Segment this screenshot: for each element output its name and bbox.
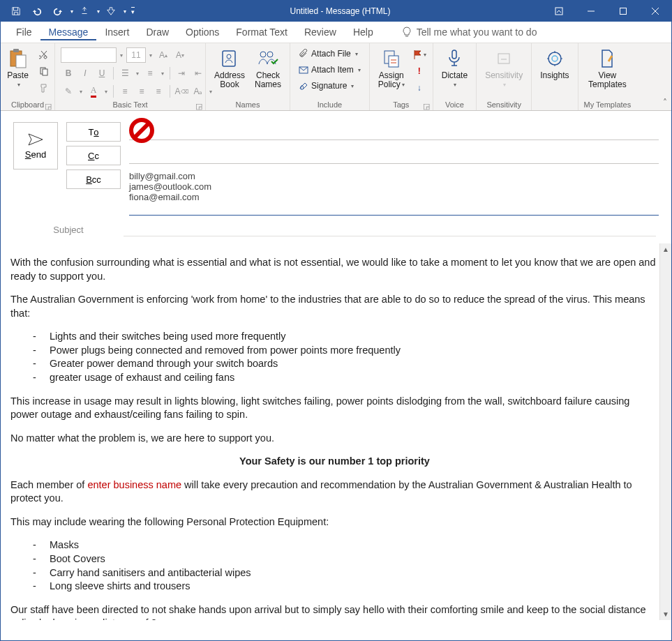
group-tags: Assign Policy▾ ▾ ! ↓ Tags◲ <box>370 43 433 110</box>
bcc-field[interactable]: billy@gmail.com james@outlook.com fiona@… <box>129 169 659 216</box>
list-item: Boot Covers <box>33 552 659 566</box>
align-center-icon[interactable]: ≡ <box>134 84 149 98</box>
group-my-templates: View Templates My Templates <box>578 43 637 110</box>
send-button[interactable]: Send <box>13 122 58 169</box>
subject-field[interactable] <box>124 223 656 236</box>
body-list-2: Masks Boot Covers Carry hand sanitisers … <box>33 538 659 593</box>
decrease-indent-icon[interactable]: ⇤ <box>191 66 206 80</box>
low-importance-icon[interactable]: ↓ <box>412 81 427 95</box>
clipboard-launcher-icon[interactable]: ◲ <box>45 102 52 109</box>
minimize-icon[interactable] <box>575 1 607 22</box>
body-paragraph: This may include wearing the following P… <box>10 515 659 529</box>
highlight-icon[interactable]: ✎ <box>61 84 76 98</box>
scroll-down-icon[interactable]: ▼ <box>660 608 671 620</box>
svg-point-12 <box>260 52 266 57</box>
save-icon[interactable] <box>6 1 26 22</box>
svg-rect-2 <box>620 8 627 15</box>
attach-item-button[interactable]: Attach Item▾ <box>296 62 364 77</box>
quick-access-toolbar: ▾ ▾ ▾ ▾ <box>1 1 137 22</box>
sensitivity-button[interactable]: Sensitivity▾ <box>482 46 525 91</box>
tab-review[interactable]: Review <box>296 24 345 40</box>
increase-font-icon[interactable]: A▴ <box>156 48 171 62</box>
touch-mode-icon[interactable] <box>75 1 94 22</box>
group-sensitivity: Sensitivity▾ Sensitivity <box>477 43 532 110</box>
svg-rect-7 <box>16 55 26 68</box>
window-title: Untitled - Message (HTML) <box>137 6 543 16</box>
clear-formatting-icon[interactable]: A⌫ <box>174 84 189 98</box>
view-templates-button[interactable]: View Templates <box>585 46 629 91</box>
scroll-up-icon[interactable]: ▲ <box>660 243 671 255</box>
address-book-icon <box>218 47 241 70</box>
basic-text-launcher-icon[interactable]: ◲ <box>195 102 202 109</box>
font-color-icon[interactable]: A <box>86 84 101 98</box>
svg-rect-16 <box>389 56 398 67</box>
tags-launcher-icon[interactable]: ◲ <box>423 102 430 109</box>
list-item: Carry hand sanitisers and antibacterial … <box>33 566 659 580</box>
attach-file-button[interactable]: Attach File▾ <box>296 46 364 61</box>
window-controls <box>543 1 671 22</box>
format-painter-icon[interactable] <box>36 81 52 95</box>
svg-rect-17 <box>452 50 456 59</box>
copy-icon[interactable] <box>36 64 52 78</box>
list-item: Masks <box>33 538 659 552</box>
cut-icon[interactable] <box>36 47 52 61</box>
redo-icon[interactable] <box>48 1 68 22</box>
address-book-button[interactable]: Address Book <box>211 46 248 91</box>
font-size-selector[interactable]: 11 <box>126 47 146 63</box>
placeholder-business-name: enter business name <box>87 479 181 490</box>
to-button[interactable]: To <box>66 122 121 142</box>
align-right-icon[interactable]: ≡ <box>151 84 166 98</box>
svg-point-20 <box>552 56 558 61</box>
check-names-button[interactable]: Check Names <box>252 46 284 91</box>
move-to-folder-icon[interactable] <box>101 1 121 22</box>
high-importance-icon[interactable]: ! <box>412 64 427 78</box>
group-insights: Insights <box>532 43 578 110</box>
close-icon[interactable] <box>639 1 671 22</box>
undo-icon[interactable] <box>27 1 47 22</box>
tab-format-text[interactable]: Format Text <box>227 24 296 40</box>
collapse-ribbon-icon[interactable]: ˄ <box>663 98 667 107</box>
svg-rect-0 <box>555 8 562 15</box>
increase-indent-icon[interactable]: ⇥ <box>174 66 189 80</box>
assign-policy-button[interactable]: Assign Policy▾ <box>375 46 408 91</box>
decrease-font-icon[interactable]: A▾ <box>172 48 188 62</box>
cc-field[interactable] <box>129 146 659 164</box>
list-item: Lights and their switches being used mor… <box>33 330 659 344</box>
view-templates-icon <box>596 47 618 70</box>
underline-icon[interactable]: U <box>94 66 110 80</box>
tab-message[interactable]: Message <box>40 24 97 40</box>
to-field[interactable] <box>129 122 659 140</box>
cc-button[interactable]: Cc <box>66 146 121 165</box>
tab-insert[interactable]: Insert <box>96 24 137 40</box>
align-left-icon[interactable]: ≡ <box>117 84 133 98</box>
tab-file[interactable]: File <box>8 24 40 40</box>
ribbon: Paste▾ Clipboard◲ ▾ 11▾ A▴ A▾ B I U <box>1 43 671 111</box>
tab-draw[interactable]: Draw <box>137 24 177 40</box>
group-names: Address Book Check Names Names <box>206 43 290 110</box>
tab-options[interactable]: Options <box>177 24 227 40</box>
italic-icon[interactable]: I <box>77 66 93 80</box>
customize-qat-icon[interactable]: ▾ <box>128 1 137 22</box>
vertical-scrollbar[interactable]: ▲ ▼ <box>659 243 671 620</box>
bullets-icon[interactable]: ☰ <box>117 66 133 80</box>
bcc-button[interactable]: Bcc <box>66 169 121 189</box>
paste-icon <box>7 47 29 70</box>
numbering-icon[interactable]: ≡ <box>142 66 158 80</box>
ribbon-display-options-icon[interactable] <box>543 1 575 22</box>
paste-button[interactable]: Paste▾ <box>4 46 32 91</box>
dictate-button[interactable]: Dictate▾ <box>439 46 470 91</box>
follow-up-flag-icon[interactable]: ▾ <box>412 47 427 61</box>
insights-button[interactable]: Insights <box>537 46 572 82</box>
tab-help[interactable]: Help <box>345 24 382 40</box>
message-body[interactable]: With the confusion surrounding what is e… <box>1 243 671 620</box>
maximize-icon[interactable] <box>607 1 639 22</box>
list-item: Long sleeve shirts and trousers <box>33 580 659 594</box>
bold-icon[interactable]: B <box>61 66 76 80</box>
signature-button[interactable]: Signature▾ <box>296 78 364 93</box>
styles-icon[interactable]: Aₐ <box>191 84 206 98</box>
tell-me-search[interactable]: Tell me what you want to do <box>401 27 537 38</box>
svg-rect-18 <box>498 54 509 63</box>
font-name-selector[interactable] <box>61 47 117 63</box>
svg-rect-6 <box>13 49 19 52</box>
title-bar: ▾ ▾ ▾ ▾ Untitled - Message (HTML) <box>1 1 671 22</box>
